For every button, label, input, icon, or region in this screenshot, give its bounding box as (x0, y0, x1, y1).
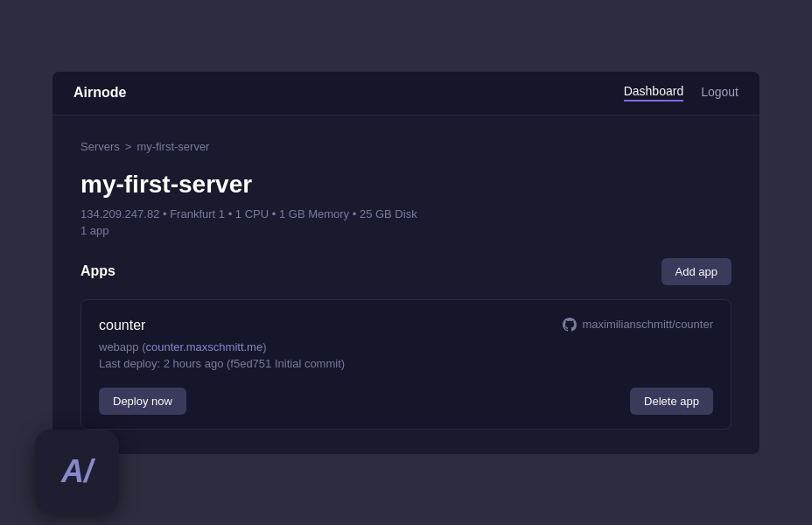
github-link[interactable]: maximilianschmitt/counter (563, 318, 713, 332)
nav-dashboard[interactable]: Dashboard (624, 84, 684, 102)
apps-section-title: Apps (80, 263, 116, 279)
app-card-footer: Deploy now Delete app (99, 384, 713, 415)
logo-badge: A/ (35, 430, 119, 514)
breadcrumb-current: my-first-server (136, 140, 209, 153)
breadcrumb-parent[interactable]: Servers (80, 140, 120, 153)
add-app-button[interactable]: Add app (662, 258, 732, 285)
nav-logo: Airnode (74, 85, 126, 101)
github-repo-label: maximilianschmitt/counter (582, 318, 713, 331)
breadcrumb: Servers > my-first-server (80, 140, 732, 153)
github-icon (563, 318, 577, 332)
server-meta: 134.209.247.82 • Frankfurt 1 • 1 CPU • 1… (80, 207, 732, 220)
server-apps-count: 1 app (80, 224, 732, 237)
server-title: my-first-server (80, 171, 732, 199)
delete-app-button[interactable]: Delete app (630, 388, 713, 415)
app-url[interactable]: counter.maxschmitt.me (146, 340, 263, 354)
apps-section-header: Apps Add app (80, 258, 732, 285)
app-deploy-info: Last deploy: 2 hours ago (f5ed751 Initia… (99, 357, 713, 370)
app-type: webapp (counter.maxschmitt.me) (99, 340, 713, 354)
nav-logout[interactable]: Logout (701, 85, 738, 101)
app-card: counter maximilianschmitt/counter webapp… (80, 299, 732, 430)
breadcrumb-separator: > (125, 140, 132, 153)
nav-links: Dashboard Logout (624, 84, 738, 102)
app-card-header: counter maximilianschmitt/counter (99, 318, 713, 333)
navbar: Airnode Dashboard Logout (52, 72, 760, 116)
page-content: Servers > my-first-server my-first-serve… (52, 116, 760, 454)
logo-badge-text: A/ (61, 453, 93, 490)
deploy-now-button[interactable]: Deploy now (99, 388, 186, 415)
app-name: counter (99, 318, 145, 333)
